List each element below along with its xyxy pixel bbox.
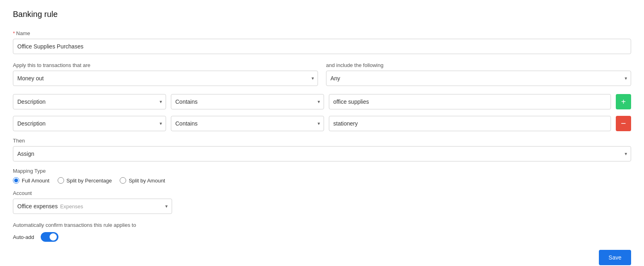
auto-confirm-section: Automatically confirm transactions this … xyxy=(13,222,631,242)
save-button-wrapper: Save xyxy=(13,250,631,265)
name-section: *Name xyxy=(13,30,631,54)
plus-icon: + xyxy=(621,97,626,107)
radio-full-amount-label: Full Amount xyxy=(22,178,50,184)
then-select-wrapper: Assign Ignore ▾ xyxy=(13,146,631,161)
include-select[interactable]: Any All xyxy=(326,71,631,86)
radio-full-amount[interactable]: Full Amount xyxy=(13,177,50,184)
rule2-condition-wrapper: Contains Doesn't contain Is ▾ xyxy=(171,116,324,131)
required-indicator: * xyxy=(13,30,15,36)
rule2-value-input[interactable] xyxy=(329,116,611,131)
rule1-condition-wrapper: Contains Doesn't contain Is ▾ xyxy=(171,94,324,109)
rule2-condition-select[interactable]: Contains Doesn't contain Is xyxy=(171,116,324,131)
radio-split-amount-label: Split by Amount xyxy=(129,178,165,184)
page-title: Banking rule xyxy=(13,10,631,19)
minus-icon: − xyxy=(621,118,626,129)
toggle-slider xyxy=(41,232,58,242)
mapping-type-label: Mapping Type xyxy=(13,168,631,174)
auto-confirm-text: Automatically confirm transactions this … xyxy=(13,222,631,228)
remove-rule-button[interactable]: − xyxy=(616,116,631,131)
apply-select[interactable]: Money out Money in xyxy=(13,71,318,86)
radio-split-amount-input[interactable] xyxy=(120,177,126,184)
radio-full-amount-input[interactable] xyxy=(13,177,19,184)
rule1-field-wrapper: Description Reference Payee ▾ xyxy=(13,94,166,109)
rule1-value-input[interactable] xyxy=(329,94,611,109)
name-input[interactable] xyxy=(13,39,631,54)
account-tag: Expenses xyxy=(60,203,83,209)
account-select-wrapper: Office expenses Expenses ▾ xyxy=(13,199,172,214)
apply-section: Apply this to transactions that are Mone… xyxy=(13,62,318,86)
account-label: Account xyxy=(13,190,631,196)
banking-rule-page: Banking rule *Name Apply this to transac… xyxy=(0,0,644,266)
name-label: *Name xyxy=(13,30,631,36)
mapping-type-group: Full Amount Split by Percentage Split by… xyxy=(13,177,631,184)
account-select[interactable]: Office expenses Expenses ▾ xyxy=(13,199,172,214)
auto-add-row: Auto-add xyxy=(13,232,631,242)
radio-split-percentage-label: Split by Percentage xyxy=(66,178,112,184)
apply-include-row: Apply this to transactions that are Mone… xyxy=(13,62,631,86)
save-button[interactable]: Save xyxy=(599,250,631,265)
add-rule-button[interactable]: + xyxy=(616,94,631,109)
include-section: and include the following Any All ▾ xyxy=(326,62,631,86)
account-chevron-icon: ▾ xyxy=(165,203,168,209)
then-select[interactable]: Assign Ignore xyxy=(13,146,631,161)
apply-label: Apply this to transactions that are xyxy=(13,62,318,68)
include-select-wrapper: Any All ▾ xyxy=(326,71,631,86)
auto-add-label: Auto-add xyxy=(13,234,34,240)
include-label: and include the following xyxy=(326,62,631,68)
rule-row-2: Description Reference Payee ▾ Contains D… xyxy=(13,116,631,131)
rule1-condition-select[interactable]: Contains Doesn't contain Is xyxy=(171,94,324,109)
rule2-field-wrapper: Description Reference Payee ▾ xyxy=(13,116,166,131)
rule2-field-select[interactable]: Description Reference Payee xyxy=(13,116,166,131)
apply-select-wrapper: Money out Money in ▾ xyxy=(13,71,318,86)
then-label: Then xyxy=(13,138,631,144)
radio-split-percentage[interactable]: Split by Percentage xyxy=(58,177,112,184)
account-value: Office expenses xyxy=(17,203,58,209)
auto-add-toggle[interactable] xyxy=(41,232,58,242)
radio-split-percentage-input[interactable] xyxy=(58,177,64,184)
radio-split-amount[interactable]: Split by Amount xyxy=(120,177,165,184)
rule-row-1: Description Reference Payee ▾ Contains D… xyxy=(13,94,631,109)
rule1-field-select[interactable]: Description Reference Payee xyxy=(13,94,166,109)
